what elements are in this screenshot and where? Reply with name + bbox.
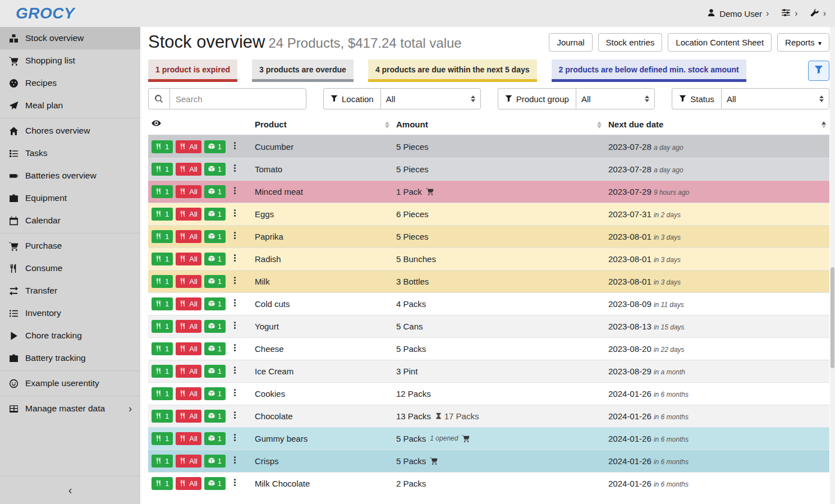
row-menu-button[interactable] — [228, 320, 241, 332]
row-menu-button[interactable] — [228, 477, 241, 489]
journal-button[interactable]: Journal — [549, 33, 592, 52]
sidebar-item-inventory[interactable]: Inventory — [0, 302, 140, 324]
open-one-button[interactable]: 1 — [204, 230, 226, 243]
sidebar-item-stock-overview[interactable]: Stock overview — [0, 27, 140, 49]
location-filter-select[interactable]: All — [380, 88, 481, 109]
consume-all-button[interactable]: All — [176, 387, 201, 400]
consume-one-button[interactable]: 1 — [152, 140, 173, 153]
admin-menu[interactable]: › — [810, 8, 826, 19]
sidebar-item-equipment[interactable]: Equipment — [0, 187, 140, 209]
row-menu-button[interactable] — [228, 253, 241, 265]
open-one-button[interactable]: 1 — [204, 342, 226, 355]
row-menu-button[interactable] — [228, 230, 241, 242]
stock-row-crisps[interactable]: 1All1Crisps5 Packs2024-01-26 in 6 months — [148, 450, 829, 472]
row-menu-button[interactable] — [228, 140, 241, 153]
consume-all-button[interactable]: All — [176, 410, 201, 423]
open-one-button[interactable]: 1 — [204, 275, 226, 288]
sidebar-item-batteries-overview[interactable]: Batteries overview — [0, 164, 140, 187]
reports-button[interactable]: Reports ▾ — [777, 33, 829, 52]
open-one-button[interactable]: 1 — [204, 455, 226, 468]
location-content-sheet-button[interactable]: Location Content Sheet — [668, 33, 772, 52]
settings-menu[interactable]: › — [781, 8, 797, 19]
stock-row-radish[interactable]: 1All1Radish5 Bunches2023-08-01 in 3 days — [148, 248, 829, 270]
stock-row-milk-chocolate[interactable]: 1All1Milk Chocolate2 Packs2024-01-26 in … — [148, 472, 829, 494]
open-one-button[interactable]: 1 — [204, 163, 226, 176]
row-menu-button[interactable] — [228, 208, 241, 220]
open-one-button[interactable]: 1 — [204, 253, 226, 265]
open-one-button[interactable]: 1 — [204, 140, 226, 153]
open-one-button[interactable]: 1 — [204, 185, 226, 198]
consume-one-button[interactable]: 1 — [152, 342, 173, 355]
sidebar-item-manage-master-data[interactable]: Manage master data› — [0, 397, 140, 420]
sidebar-item-consume[interactable]: Consume — [0, 257, 140, 280]
consume-all-button[interactable]: All — [176, 208, 201, 221]
column-header-visibility[interactable] — [148, 114, 251, 135]
status-banner-overdue[interactable]: 3 products are overdue — [252, 59, 354, 82]
grocy-logo[interactable]: GROCY — [16, 4, 75, 22]
row-menu-button[interactable] — [228, 275, 241, 287]
sidebar-item-chore-tracking[interactable]: Chore tracking — [0, 324, 140, 347]
consume-one-button[interactable]: 1 — [152, 208, 173, 221]
consume-one-button[interactable]: 1 — [152, 230, 173, 243]
consume-all-button[interactable]: All — [176, 230, 201, 243]
sidebar-item-calendar[interactable]: Calendar — [0, 209, 140, 232]
row-menu-button[interactable] — [228, 432, 241, 445]
row-menu-button[interactable] — [228, 163, 241, 175]
consume-one-button[interactable]: 1 — [152, 455, 173, 468]
consume-all-button[interactable]: All — [176, 185, 201, 198]
row-menu-button[interactable] — [228, 410, 241, 422]
sidebar-item-shopping-list[interactable]: Shopping list — [0, 49, 140, 72]
row-menu-button[interactable] — [228, 342, 241, 355]
consume-one-button[interactable]: 1 — [152, 365, 173, 378]
sidebar-item-tasks[interactable]: Tasks — [0, 142, 140, 164]
scrollbar[interactable] — [830, 27, 835, 504]
product-group-filter-select[interactable]: All — [576, 88, 655, 109]
open-one-button[interactable]: 1 — [204, 208, 226, 221]
sidebar-item-meal-plan[interactable]: Meal plan — [0, 94, 140, 117]
stock-row-paprika[interactable]: 1All1Paprika5 Pieces2023-08-01 in 3 days — [148, 225, 829, 248]
consume-one-button[interactable]: 1 — [152, 163, 173, 176]
stock-row-yogurt[interactable]: 1All1Yogurt5 Cans2023-08-13 in 15 days — [148, 315, 829, 337]
sidebar-item-chores-overview[interactable]: Chores overview — [0, 120, 140, 142]
stock-row-milk[interactable]: 1All1Milk3 Bottles2023-08-01 in 3 days — [148, 270, 829, 292]
open-one-button[interactable]: 1 — [204, 320, 226, 333]
consume-all-button[interactable]: All — [176, 140, 201, 153]
status-banner-expired[interactable]: 1 product is expired — [148, 59, 237, 82]
stock-row-chocolate[interactable]: 1All1Chocolate13 Packs17 Packs2024-01-26… — [148, 405, 829, 427]
stock-row-minced-meat[interactable]: 1All1Minced meat1 Pack2023-07-29 9 hours… — [148, 180, 829, 203]
stock-row-cookies[interactable]: 1All1Cookies12 Packs2024-01-26 in 6 mont… — [148, 382, 829, 405]
status-banner-below-min[interactable]: 2 products are below defined min. stock … — [552, 59, 746, 82]
consume-one-button[interactable]: 1 — [152, 320, 173, 333]
consume-one-button[interactable]: 1 — [152, 477, 173, 490]
sidebar-item-recipes[interactable]: Recipes — [0, 72, 140, 94]
row-menu-button[interactable] — [228, 387, 241, 400]
consume-one-button[interactable]: 1 — [152, 410, 173, 423]
row-menu-button[interactable] — [228, 185, 241, 198]
consume-all-button[interactable]: All — [176, 253, 201, 265]
stock-row-cold-cuts[interactable]: 1All1Cold cuts4 Packs2023-08-09 in 11 da… — [148, 292, 829, 315]
table-filter-button[interactable] — [808, 61, 829, 81]
column-header-product[interactable]: Product — [251, 114, 393, 135]
open-one-button[interactable]: 1 — [204, 387, 226, 400]
consume-all-button[interactable]: All — [176, 275, 201, 288]
open-one-button[interactable]: 1 — [204, 432, 226, 445]
consume-all-button[interactable]: All — [176, 163, 201, 176]
sidebar-item-purchase[interactable]: Purchase — [0, 235, 140, 257]
open-one-button[interactable]: 1 — [204, 477, 226, 490]
stock-row-gummy-bears[interactable]: 1All1Gummy bears5 Packs1 opened2024-01-2… — [148, 427, 829, 450]
consume-one-button[interactable]: 1 — [152, 275, 173, 288]
sidebar-item-transfer[interactable]: Transfer — [0, 280, 140, 302]
row-menu-button[interactable] — [228, 365, 241, 377]
sidebar-item-example-userentity[interactable]: Example userentity — [0, 372, 140, 395]
consume-all-button[interactable]: All — [176, 365, 201, 378]
consume-one-button[interactable]: 1 — [152, 297, 173, 310]
sidebar-collapse-button[interactable]: ‹ — [0, 476, 140, 504]
stock-row-cucumber[interactable]: 1All1Cucumber5 Pieces2023-07-28 a day ag… — [148, 135, 829, 158]
scrollbar-thumb[interactable] — [831, 267, 834, 368]
consume-all-button[interactable]: All — [176, 342, 201, 355]
consume-all-button[interactable]: All — [176, 432, 201, 445]
consume-one-button[interactable]: 1 — [152, 253, 173, 265]
consume-one-button[interactable]: 1 — [152, 185, 173, 198]
consume-all-button[interactable]: All — [176, 477, 201, 490]
status-filter-select[interactable]: All — [721, 88, 829, 109]
